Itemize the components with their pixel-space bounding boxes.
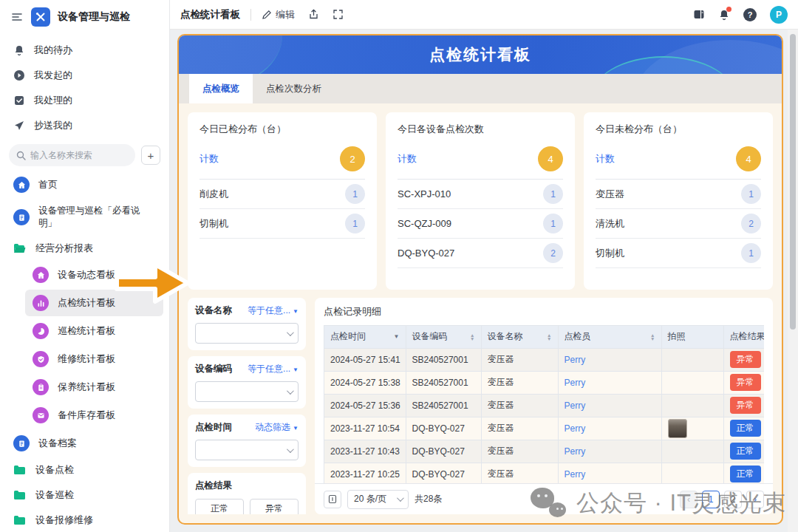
filter-label: 点检时间	[195, 421, 232, 434]
table-row[interactable]: 2024-05-27 15:41SB240527001变压器Perry异常	[324, 348, 764, 371]
sidebar-item-device-archive[interactable]: 设备档案	[6, 430, 163, 457]
scrollbar-thumb[interactable]	[790, 34, 796, 330]
table-row[interactable]: 2023-11-27 10:25DQ-BYQ-027变压器Perry正常	[324, 463, 764, 485]
table-row[interactable]: 2024-05-27 15:36SB240527001变压器Perry异常	[324, 394, 764, 417]
tab-count-analysis[interactable]: 点检次数分析	[253, 74, 335, 103]
col-header-inspector[interactable]: 点检员▲▼	[558, 326, 661, 348]
page-jump-icon[interactable]	[324, 491, 341, 508]
page-1-button[interactable]: 1	[702, 491, 720, 508]
folder-icon	[13, 465, 27, 476]
sidebar-item-inspection-stats-board[interactable]: 点检统计看板	[25, 290, 163, 316]
search-box[interactable]	[9, 144, 135, 166]
sidebar-item-spare-stock-board[interactable]: 备件库存看板	[25, 402, 163, 429]
play-circle-icon	[13, 69, 25, 81]
sidebar-item-maintain-stats-board[interactable]: 保养统计看板	[25, 374, 163, 400]
table-row[interactable]: 2023-11-27 10:54DQ-BYQ-027变压器Perry正常	[324, 417, 764, 440]
count-badge: 4	[736, 146, 761, 171]
filter-op-dropdown[interactable]: 动态筛选	[255, 421, 299, 434]
docs-panel-icon[interactable]	[693, 9, 705, 20]
item-label: DQ-BYQ-027	[398, 248, 454, 259]
search-input[interactable]	[30, 150, 119, 160]
sidebar-item-guide[interactable]: 设备管理与巡检「必看说明」	[6, 200, 163, 235]
count-link[interactable]: 计数	[596, 152, 615, 166]
page-2-button[interactable]: 2	[724, 491, 742, 508]
col-header-photo[interactable]: 拍照	[661, 326, 723, 348]
card-item-row: 清洗机 2	[596, 209, 761, 239]
avatar[interactable]: P	[770, 6, 788, 24]
sidebar-item-label: 点检统计看板	[58, 296, 115, 310]
sidebar-item-device-repair[interactable]: 设备报修维修	[6, 508, 163, 532]
col-header-result[interactable]: 点检结果	[723, 326, 764, 348]
sidebar-item-label: 抄送我的	[34, 119, 72, 132]
table-row[interactable]: 2023-11-27 10:43DQ-BYQ-027变压器Perry正常	[324, 440, 764, 463]
bar-chart-icon	[33, 295, 49, 311]
collapse-menu-icon[interactable]	[10, 10, 24, 24]
sidebar-item-label: 设备点检	[35, 463, 74, 477]
sidebar-item-my-todo[interactable]: 我的待办	[6, 38, 163, 62]
pencil-icon	[262, 10, 272, 20]
filter-op-dropdown[interactable]: 等于任意...	[248, 363, 299, 375]
device-name-select[interactable]	[195, 323, 299, 344]
share-icon[interactable]	[308, 9, 319, 20]
card-item-row: SC-XPJ-010 1	[398, 180, 563, 209]
table-row[interactable]: 2024-05-27 15:38SB240527001变压器Perry异常	[324, 371, 764, 394]
home-icon	[33, 267, 49, 283]
item-label: 切制机	[596, 247, 624, 260]
col-header-code[interactable]: 设备编码▲▼	[406, 326, 481, 348]
count-badge: 2	[340, 146, 365, 171]
lower-section: 设备名称 等于任意... 设备编码 等于任意...	[188, 298, 773, 514]
sidebar-search-row: +	[9, 144, 160, 166]
item-value-badge: 1	[543, 214, 563, 233]
sidebar-item-cc-to-me[interactable]: 抄送我的	[6, 114, 163, 137]
result-abnormal-button[interactable]: 异常	[250, 499, 299, 514]
fullscreen-icon[interactable]	[332, 9, 344, 20]
document-icon	[13, 209, 30, 225]
sidebar-item-report-folder[interactable]: 经营分析报表	[6, 236, 163, 260]
notification-bell-icon[interactable]	[718, 9, 730, 21]
help-icon[interactable]: ?	[743, 8, 757, 21]
tab-inspection-overview[interactable]: 点检概览	[189, 74, 253, 103]
sidebar: 设备管理与巡检 我的待办 我发起的 我处理的 抄送我的	[0, 0, 170, 532]
count-link[interactable]: 计数	[200, 152, 219, 166]
sidebar-item-home[interactable]: 首页	[6, 171, 163, 198]
edit-button[interactable]: 编辑	[262, 8, 295, 21]
topbar-page-title: 点检统计看板	[180, 8, 240, 21]
sidebar-item-device-inspection[interactable]: 设备点检	[6, 458, 163, 482]
item-label: 变压器	[596, 188, 624, 201]
photo-thumbnail[interactable]	[668, 419, 687, 438]
topbar-divider	[250, 9, 251, 21]
stat-cards-row: 今日已检分布（台） 计数 2 削皮机 1 切制机 1	[188, 112, 773, 290]
item-value-badge: 1	[345, 184, 365, 204]
sidebar-item-label: 我处理的	[34, 94, 72, 107]
app-logo-icon	[31, 7, 50, 27]
prev-page-button[interactable]: ‹	[680, 491, 698, 508]
count-link[interactable]: 计数	[398, 152, 417, 166]
result-normal-button[interactable]: 正常	[195, 499, 244, 514]
document-icon	[13, 435, 30, 451]
page-size-select[interactable]: 20 条/页	[347, 490, 409, 509]
col-header-name[interactable]: 设备名称▲▼	[481, 326, 558, 348]
card-item-row: SC-QZJ-009 1	[398, 209, 563, 239]
col-header-time[interactable]: 点检时间▼	[324, 326, 406, 348]
item-value-badge: 1	[741, 243, 761, 263]
inspection-time-select[interactable]	[195, 440, 299, 460]
filter-inspection-time: 点检时间 动态筛选	[188, 415, 306, 467]
sidebar-item-device-patrol[interactable]: 设备巡检	[6, 483, 163, 507]
scrollbar-track[interactable]	[788, 30, 798, 532]
pie-chart-icon	[33, 323, 49, 339]
filter-column: 设备名称 等于任意... 设备编码 等于任意...	[188, 298, 306, 514]
clipboard-icon	[33, 379, 49, 395]
sidebar-item-repair-stats-board[interactable]: 维修统计看板	[25, 346, 163, 372]
sidebar-item-my-processed[interactable]: 我处理的	[6, 89, 163, 112]
chevron-down-icon	[397, 494, 404, 502]
dashboard-banner: 点检统计看板	[179, 35, 782, 74]
sidebar-item-device-dynamic-board[interactable]: 设备动态看板	[25, 262, 163, 288]
next-page-button[interactable]: ›	[746, 491, 764, 508]
sidebar-item-patrol-stats-board[interactable]: 巡检统计看板	[25, 318, 163, 344]
device-code-select[interactable]	[195, 381, 299, 402]
add-button[interactable]: +	[141, 146, 160, 165]
filter-op-dropdown[interactable]: 等于任意...	[248, 304, 299, 317]
item-value-badge: 2	[741, 214, 761, 233]
sidebar-item-my-initiated[interactable]: 我发起的	[6, 64, 163, 87]
count-row: 计数 4	[398, 143, 563, 180]
